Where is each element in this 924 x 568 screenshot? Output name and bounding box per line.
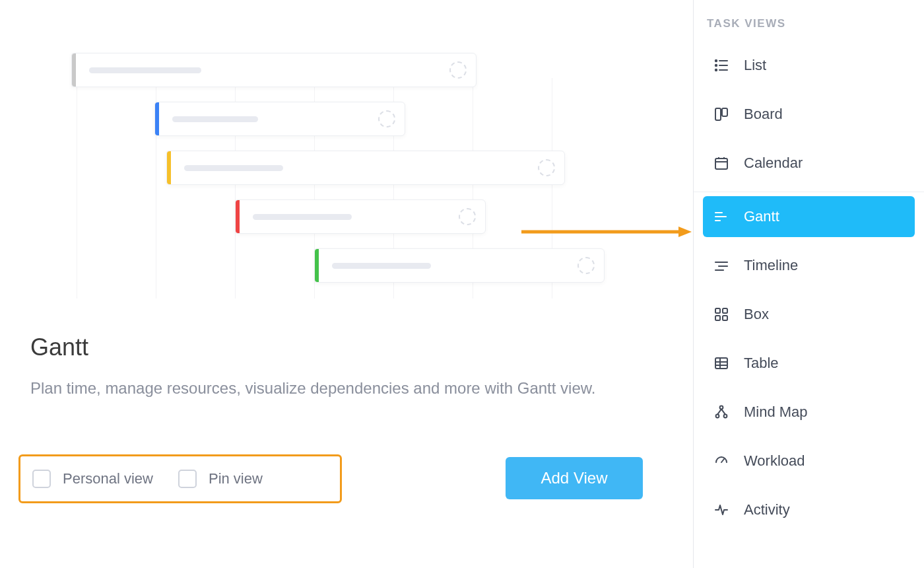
personal-view-checkbox[interactable]: Personal view: [32, 470, 153, 488]
svg-line-30: [717, 409, 721, 414]
bar-color: [236, 200, 240, 233]
view-item-label: Timeline: [744, 257, 798, 274]
gantt-bar: [235, 199, 486, 234]
bar-text-placeholder: [332, 263, 431, 269]
svg-point-3: [715, 65, 717, 66]
view-item-gantt[interactable]: Gantt: [703, 196, 915, 237]
view-item-label: Box: [744, 306, 769, 323]
svg-rect-20: [723, 308, 727, 313]
board-icon: [713, 106, 729, 122]
svg-line-32: [721, 459, 724, 462]
svg-point-28: [716, 415, 719, 418]
view-item-board[interactable]: Board: [703, 94, 915, 135]
assignee-placeholder-icon: [449, 61, 467, 79]
pin-view-checkbox[interactable]: Pin view: [178, 470, 263, 488]
view-title: Gantt: [30, 334, 631, 361]
view-item-timeline[interactable]: Timeline: [703, 245, 915, 286]
view-item-activity[interactable]: Activity: [703, 489, 915, 530]
svg-rect-7: [715, 108, 721, 120]
annotation-options-highlight: Personal view Pin view: [18, 454, 342, 503]
gantt-bar: [71, 53, 477, 87]
svg-point-27: [720, 406, 723, 409]
timeline-icon: [713, 258, 729, 273]
box-icon: [713, 306, 729, 322]
svg-rect-8: [722, 108, 727, 116]
checkbox-icon: [178, 470, 197, 488]
view-item-calendar[interactable]: Calendar: [703, 143, 915, 184]
assignee-placeholder-icon: [578, 257, 595, 274]
list-icon: [713, 57, 729, 73]
personal-view-label: Personal view: [63, 470, 153, 487]
sidebar-divider: [694, 192, 924, 192]
add-view-button[interactable]: Add View: [506, 457, 643, 499]
bar-text-placeholder: [172, 116, 258, 122]
pin-view-label: Pin view: [209, 470, 263, 487]
gantt-bar: [154, 102, 405, 136]
view-item-list[interactable]: List: [703, 45, 915, 86]
bar-text-placeholder: [89, 67, 201, 73]
view-item-table[interactable]: Table: [703, 343, 915, 384]
gantt-icon: [713, 209, 729, 225]
checkbox-icon: [32, 470, 51, 488]
view-item-mindmap[interactable]: Mind Map: [703, 392, 915, 433]
view-item-label: Workload: [744, 452, 805, 470]
svg-rect-9: [715, 159, 727, 169]
bar-color: [315, 249, 319, 282]
view-item-label: Table: [744, 355, 779, 372]
view-item-label: List: [744, 57, 766, 74]
svg-point-29: [724, 415, 727, 418]
calendar-icon: [713, 155, 729, 171]
svg-point-1: [715, 60, 717, 61]
activity-icon: [713, 502, 729, 518]
view-item-box[interactable]: Box: [703, 294, 915, 335]
svg-rect-23: [715, 358, 727, 369]
gantt-bar: [166, 151, 565, 185]
svg-point-5: [715, 69, 717, 71]
workload-icon: [713, 453, 729, 469]
assignee-placeholder-icon: [538, 159, 555, 176]
svg-rect-21: [715, 316, 720, 320]
annotation-arrow-icon: [521, 226, 693, 238]
svg-rect-19: [715, 308, 720, 313]
view-item-label: Mind Map: [744, 404, 808, 421]
view-item-label: Gantt: [744, 208, 779, 225]
bar-text-placeholder: [184, 165, 283, 171]
bar-text-placeholder: [253, 214, 352, 220]
view-item-workload[interactable]: Workload: [703, 441, 915, 481]
gantt-bar: [314, 248, 605, 283]
bar-color: [155, 102, 159, 135]
grid-line: [77, 78, 77, 299]
task-views-sidebar: TASK VIEWS List Board Calendar: [693, 0, 924, 568]
mindmap-icon: [713, 404, 729, 420]
view-description: Plan time, manage resources, visualize d…: [30, 376, 631, 400]
bar-color: [72, 53, 76, 87]
assignee-placeholder-icon: [378, 110, 395, 127]
table-icon: [713, 355, 729, 371]
svg-line-31: [721, 409, 725, 414]
view-item-label: Activity: [744, 501, 790, 518]
add-view-label: Add View: [541, 469, 608, 487]
svg-rect-22: [723, 316, 727, 320]
view-item-label: Calendar: [744, 155, 803, 172]
view-item-label: Board: [744, 106, 783, 123]
gantt-preview: [30, 34, 657, 312]
assignee-placeholder-icon: [459, 208, 476, 225]
sidebar-header: TASK VIEWS: [703, 17, 915, 30]
bar-color: [167, 151, 171, 184]
